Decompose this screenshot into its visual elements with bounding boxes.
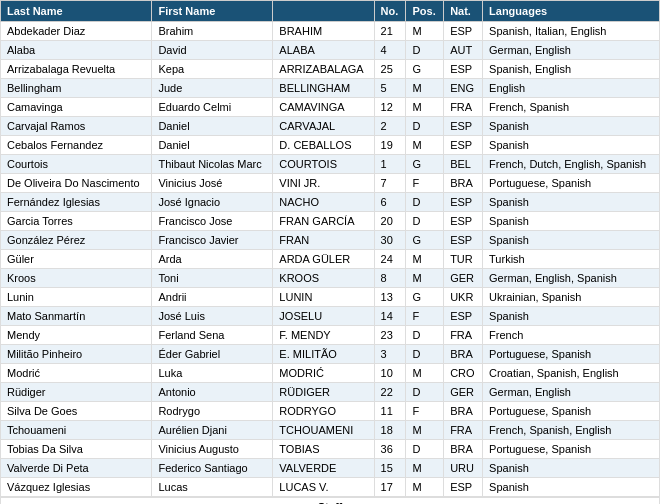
table-row: Cebalos FernandezDanielD. CEBALLOS19MESP…	[1, 136, 660, 155]
table-cell: 15	[374, 459, 406, 478]
table-cell: G	[406, 231, 444, 250]
table-cell: M	[406, 421, 444, 440]
table-cell: G	[406, 155, 444, 174]
table-cell: Abdekader Diaz	[1, 22, 152, 41]
table-cell: ESP	[444, 231, 483, 250]
table-cell: AUT	[444, 41, 483, 60]
table-cell: Ferland Sena	[152, 326, 273, 345]
table-cell: FRA	[444, 421, 483, 440]
table-cell: FRAN GARCÍA	[273, 212, 374, 231]
table-cell: French	[483, 326, 660, 345]
table-cell: Silva De Goes	[1, 402, 152, 421]
table-cell: COURTOIS	[273, 155, 374, 174]
table-cell: Eduardo Celmi	[152, 98, 273, 117]
table-cell: Militão Pinheiro	[1, 345, 152, 364]
table-cell: 23	[374, 326, 406, 345]
table-row: Tobias Da SilvaVinicius AugustoTOBIAS36D…	[1, 440, 660, 459]
table-cell: Spanish	[483, 193, 660, 212]
table-cell: CRO	[444, 364, 483, 383]
table-cell: D	[406, 41, 444, 60]
table-cell: D	[406, 345, 444, 364]
table-cell: José Luis	[152, 307, 273, 326]
table-cell: Andrii	[152, 288, 273, 307]
table-cell: Tchouameni	[1, 421, 152, 440]
table-row: TchouameniAurélien DjaniTCHOUAMENI18MFRA…	[1, 421, 660, 440]
table-row: González PérezFrancisco JavierFRAN30GESP…	[1, 231, 660, 250]
table-cell: RODRYGO	[273, 402, 374, 421]
table-cell: 21	[374, 22, 406, 41]
table-cell: BRA	[444, 402, 483, 421]
table-cell: Spanish, English	[483, 60, 660, 79]
table-cell: LUNIN	[273, 288, 374, 307]
table-cell: 1	[374, 155, 406, 174]
table-cell: Portuguese, Spanish	[483, 345, 660, 364]
table-cell: Spanish, Italian, English	[483, 22, 660, 41]
col-header-shortname	[273, 1, 374, 22]
table-cell: 12	[374, 98, 406, 117]
table-cell: ARDA GÜLER	[273, 250, 374, 269]
table-cell: Carvajal Ramos	[1, 117, 152, 136]
table-cell: Cebalos Fernandez	[1, 136, 152, 155]
table-cell: FRA	[444, 98, 483, 117]
table-cell: JOSELU	[273, 307, 374, 326]
table-cell: Vázquez Iglesias	[1, 478, 152, 497]
table-cell: Kepa	[152, 60, 273, 79]
table-cell: Brahim	[152, 22, 273, 41]
table-cell: M	[406, 269, 444, 288]
table-cell: 5	[374, 79, 406, 98]
table-cell: F	[406, 307, 444, 326]
table-cell: GER	[444, 269, 483, 288]
table-cell: Spanish	[483, 478, 660, 497]
table-cell: TUR	[444, 250, 483, 269]
table-cell: 13	[374, 288, 406, 307]
table-cell: Lunin	[1, 288, 152, 307]
table-cell: 24	[374, 250, 406, 269]
staff-section-title: Staff	[1, 498, 660, 505]
table-cell: M	[406, 79, 444, 98]
table-cell: RÜDIGER	[273, 383, 374, 402]
table-cell: D	[406, 326, 444, 345]
table-cell: Jude	[152, 79, 273, 98]
table-cell: 25	[374, 60, 406, 79]
table-cell: F. MENDY	[273, 326, 374, 345]
table-cell: Spanish	[483, 231, 660, 250]
table-cell: Spanish	[483, 136, 660, 155]
table-cell: 8	[374, 269, 406, 288]
table-cell: KROOS	[273, 269, 374, 288]
table-cell: Daniel	[152, 117, 273, 136]
table-cell: Arrizabalaga Revuelta	[1, 60, 152, 79]
table-cell: M	[406, 22, 444, 41]
table-cell: ESP	[444, 136, 483, 155]
table-cell: ESP	[444, 117, 483, 136]
col-header-position: Pos.	[406, 1, 444, 22]
table-cell: Rüdiger	[1, 383, 152, 402]
table-cell: D	[406, 117, 444, 136]
table-cell: Lucas	[152, 478, 273, 497]
table-cell: UKR	[444, 288, 483, 307]
table-cell: M	[406, 136, 444, 155]
table-cell: GER	[444, 383, 483, 402]
table-cell: Kroos	[1, 269, 152, 288]
table-cell: G	[406, 288, 444, 307]
table-cell: Antonio	[152, 383, 273, 402]
table-cell: Croatian, Spanish, English	[483, 364, 660, 383]
table-row: RüdigerAntonioRÜDIGER22DGERGerman, Engli…	[1, 383, 660, 402]
table-row: De Oliveira Do NascimentoVinicius JoséVI…	[1, 174, 660, 193]
table-cell: M	[406, 459, 444, 478]
table-cell: Rodrygo	[152, 402, 273, 421]
table-row: Valverde Di PetaFederico SantiagoVALVERD…	[1, 459, 660, 478]
table-row: BellinghamJudeBELLINGHAM5MENGEnglish	[1, 79, 660, 98]
table-cell: Spanish	[483, 459, 660, 478]
table-row: Vázquez IglesiasLucasLUCAS V.17MESPSpani…	[1, 478, 660, 497]
table-cell: LUCAS V.	[273, 478, 374, 497]
table-cell: Aurélien Djani	[152, 421, 273, 440]
table-cell: BRAHIM	[273, 22, 374, 41]
table-cell: Portuguese, Spanish	[483, 174, 660, 193]
table-cell: NACHO	[273, 193, 374, 212]
table-cell: 2	[374, 117, 406, 136]
table-cell: D	[406, 212, 444, 231]
table-cell: Mato Sanmartín	[1, 307, 152, 326]
table-cell: URU	[444, 459, 483, 478]
table-cell: Arda	[152, 250, 273, 269]
table-cell: German, English	[483, 41, 660, 60]
